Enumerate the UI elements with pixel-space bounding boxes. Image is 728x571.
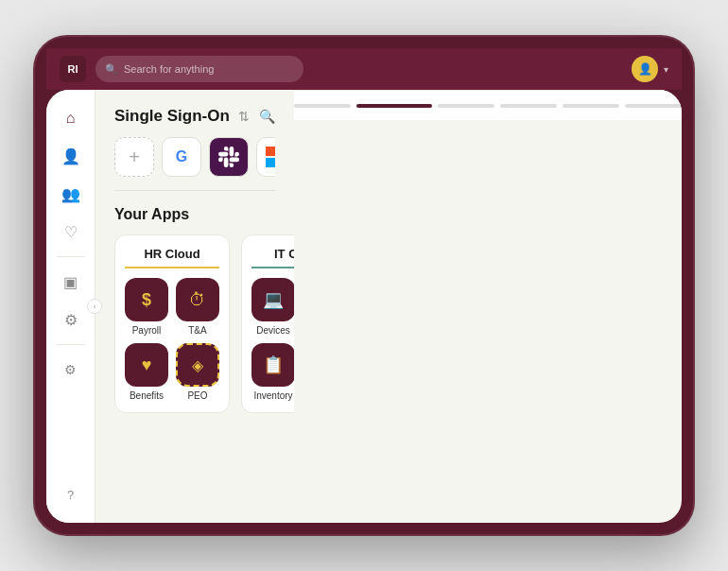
main-content: Single Sign-On ⇅ 🔍 + G [95, 90, 294, 523]
inventory-label: Inventory [253, 390, 292, 401]
bottom-tab-5[interactable] [563, 104, 619, 108]
search-placeholder: Search for anything [124, 63, 214, 75]
ta-label: T&A [188, 325, 206, 336]
ta-icon: ⏱ [176, 278, 219, 321]
sso-app-slack[interactable] [209, 137, 249, 177]
benefits-label: Benefits [130, 390, 164, 401]
sso-apps-row: + G ☁ [114, 137, 275, 191]
sidebar-divider-2 [57, 344, 85, 345]
sso-app-office365[interactable] [256, 137, 275, 177]
app-item-peo[interactable]: ◈ PEO [176, 343, 219, 401]
it-cloud-title: IT Cloud [251, 247, 294, 268]
sso-title: Single Sign-On [114, 107, 230, 126]
benefits-icon: ♥ [125, 343, 168, 387]
payroll-label: Payroll [132, 325, 162, 336]
it-apps-grid: 💻 Devices [251, 278, 294, 401]
cloud-card-it: IT Cloud 💻 Devices [241, 234, 294, 413]
inventory-icon: 📋 [251, 343, 294, 387]
sso-app-google[interactable]: G [162, 137, 201, 177]
your-apps-title: Your Apps [114, 206, 275, 223]
bottom-tab-6[interactable] [625, 104, 682, 108]
sidebar-divider [57, 256, 85, 257]
bottom-tabs [294, 90, 682, 120]
hr-apps-grid: $ Payroll ⏱ T&A [125, 278, 219, 401]
bottom-tab-1[interactable] [294, 104, 351, 108]
svg-rect-0 [266, 147, 275, 156]
devices-icon: 💻 [251, 278, 294, 321]
app-item-inventory[interactable]: 📋 Inventory [251, 343, 294, 401]
tablet-screen: ⌂ 👤 👥 ♡ ▣ ⚙ ⚙ ? ‹ Single Sign-On ⇅ [46, 90, 682, 523]
peo-icon: ◈ [176, 343, 219, 387]
payroll-icon: $ [125, 278, 168, 321]
filter-icon[interactable]: ⇅ [238, 109, 250, 124]
app-logo: RI [60, 56, 86, 82]
svg-rect-2 [266, 158, 275, 167]
app-item-benefits[interactable]: ♥ Benefits [125, 343, 168, 401]
sidebar-item-settings[interactable]: ⚙ [54, 303, 88, 337]
search-bar[interactable]: 🔍 Search for anything [95, 56, 303, 82]
sidebar-collapse-btn[interactable]: ‹ [87, 299, 102, 314]
bottom-tab-4[interactable] [500, 104, 557, 108]
content-wrapper: ⌂ 👤 👥 ♡ ▣ ⚙ ⚙ ? ‹ Single Sign-On ⇅ [46, 90, 294, 523]
app-item-payroll[interactable]: $ Payroll [125, 278, 168, 336]
sidebar: ⌂ 👤 👥 ♡ ▣ ⚙ ⚙ ? ‹ [46, 90, 95, 523]
sidebar-item-team[interactable]: 👤 [54, 139, 88, 173]
sidebar-item-users[interactable]: 👥 [54, 177, 88, 211]
app-item-ta[interactable]: ⏱ T&A [176, 278, 219, 336]
sidebar-item-favorites[interactable]: ♡ [54, 215, 88, 249]
bottom-tab-2[interactable] [356, 104, 432, 108]
top-bar-right: 👤 ▾ [632, 56, 668, 82]
search-icon: 🔍 [105, 63, 118, 76]
avatar[interactable]: 👤 [632, 56, 658, 82]
hr-cloud-title: HR Cloud [125, 247, 219, 268]
sidebar-item-help[interactable]: ? [54, 477, 88, 511]
sso-section-actions: ⇅ 🔍 [238, 109, 275, 124]
top-bar: RI 🔍 Search for anything 👤 ▾ [46, 48, 682, 90]
app-item-devices[interactable]: 💻 Devices [251, 278, 294, 336]
sso-section-header: Single Sign-On ⇅ 🔍 [114, 107, 275, 126]
bottom-tab-3[interactable] [438, 104, 494, 108]
devices-label: Devices [256, 325, 290, 336]
sso-add-app-btn[interactable]: + [114, 137, 154, 177]
sidebar-item-monitor[interactable]: ▣ [54, 265, 88, 299]
peo-label: PEO [187, 390, 207, 401]
chevron-down-icon[interactable]: ▾ [664, 64, 668, 75]
search-icon[interactable]: 🔍 [259, 109, 275, 124]
sidebar-item-home[interactable]: ⌂ [54, 101, 88, 135]
tablet-device: RI 🔍 Search for anything 👤 ▾ ⌂ 👤 👥 ♡ ▣ ⚙… [33, 35, 695, 536]
cloud-card-hr: HR Cloud $ Payroll ⏱ [114, 234, 230, 413]
app-clouds-grid: HR Cloud $ Payroll ⏱ [114, 234, 275, 413]
sidebar-item-group-settings[interactable]: ⚙ [54, 353, 88, 387]
